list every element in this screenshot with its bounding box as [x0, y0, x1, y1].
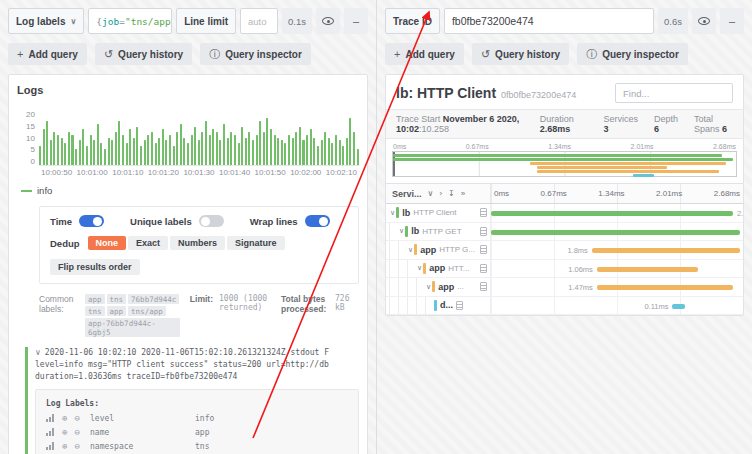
minimap-canvas[interactable]: [392, 151, 737, 177]
span-detail-icon[interactable]: [480, 245, 487, 254]
trace-add-query-button[interactable]: +Add query: [385, 43, 464, 65]
toggle-label: Wrap lines: [250, 216, 298, 227]
disable-query-button[interactable]: [316, 8, 340, 34]
toggle-wrap-lines[interactable]: Wrap lines: [250, 215, 330, 227]
span-duration-bar[interactable]: [597, 285, 733, 290]
histogram-bar: [108, 138, 110, 166]
loki-query-input[interactable]: {job="tns/app", level="info"}: [88, 8, 172, 34]
span-detail-icon[interactable]: [480, 282, 487, 291]
log-labels-dropdown[interactable]: Log labels ∨: [8, 8, 84, 34]
label-value: tns: [195, 442, 348, 451]
remove-trace-query-button[interactable]: –: [720, 8, 744, 34]
line-limit-input[interactable]: auto: [240, 8, 278, 34]
span-name-cell[interactable]: ∨lbHTTP Client: [386, 204, 491, 222]
disable-trace-query-button[interactable]: [692, 8, 716, 34]
histogram-bar: [219, 140, 221, 165]
filter-out-value-icon[interactable]: ⊖: [74, 428, 79, 437]
span-name-cell[interactable]: ∨appHTT...: [386, 260, 491, 278]
dedup-option-none[interactable]: None: [88, 236, 127, 250]
span-name-cell[interactable]: ∨appHTTP G...: [386, 241, 491, 259]
histogram-bar: [339, 140, 341, 165]
span-duration-bar[interactable]: [491, 211, 733, 216]
add-query-button[interactable]: +Add query: [8, 43, 87, 65]
toggle-switch[interactable]: [199, 215, 224, 227]
dedup-option-signature[interactable]: Signature: [227, 236, 285, 250]
stats-icon[interactable]: [46, 414, 55, 422]
span-collapse-icon[interactable]: ∨: [399, 227, 404, 235]
dedup-option-numbers[interactable]: Numbers: [170, 236, 225, 250]
span-collapse-icon[interactable]: ∨: [417, 264, 422, 272]
histogram-bar: [183, 138, 185, 166]
y-tick: 10: [26, 134, 35, 143]
span-row[interactable]: ∨app...1.47ms: [386, 278, 743, 297]
histogram-bar: [90, 135, 92, 165]
span-collapse-icon[interactable]: ∨: [390, 209, 395, 217]
x-tick: 10:01:20: [148, 168, 179, 177]
filter-for-value-icon[interactable]: ⊕: [62, 414, 67, 423]
span-collapse-icon[interactable]: ∨: [426, 283, 431, 291]
toggle-switch[interactable]: [79, 215, 104, 227]
filter-for-value-icon[interactable]: ⊕: [62, 428, 67, 437]
service-color-accent: [414, 244, 417, 255]
log-label-row: ⊕⊖nameapp: [46, 428, 348, 437]
query-history-button[interactable]: ↺Query history: [95, 43, 192, 65]
minimap-axis: 0ms0.67ms1.34ms2.01ms2.68ms: [392, 143, 737, 151]
span-row[interactable]: ∨appHTT...1.06ms: [386, 260, 743, 279]
trace-minimap[interactable]: 0ms0.67ms1.34ms2.01ms2.68ms: [386, 139, 743, 183]
collapse-all-icon[interactable]: ↧: [448, 189, 455, 198]
span-duration-bar[interactable]: [592, 248, 741, 253]
chevron-down-icon: ∨: [70, 17, 76, 26]
expand-all-icon[interactable]: »: [461, 189, 465, 198]
right-query-row: Trace ID fb0fbe73200e474 0.6s –: [385, 8, 744, 34]
span-timeline-cell[interactable]: 0.11ms: [491, 297, 743, 315]
remove-query-button[interactable]: –: [344, 8, 368, 34]
span-name-cell[interactable]: ∨lbHTTP GET: [386, 223, 491, 241]
span-duration-bar[interactable]: [597, 267, 698, 272]
histogram-bar: [133, 138, 135, 166]
span-timeline-cell[interactable]: 1.8ms: [491, 241, 743, 259]
line-limit-label: Line limit: [176, 8, 236, 34]
dedup-option-exact[interactable]: Exact: [128, 236, 168, 250]
span-timeline-cell[interactable]: 2.66ms: [491, 223, 743, 241]
span-collapse-icon[interactable]: ∨: [408, 246, 413, 254]
trace-query-history-button[interactable]: ↺Query history: [472, 43, 569, 65]
row-icons: ⊕⊖: [46, 442, 90, 451]
span-detail-icon[interactable]: [456, 301, 463, 310]
service-color-accent: [432, 281, 435, 292]
trace-query-inspector-button[interactable]: ⓘQuery inspector: [577, 43, 688, 65]
stats-icon[interactable]: [46, 428, 55, 436]
tree-indent: [407, 297, 416, 315]
query-inspector-button[interactable]: ⓘQuery inspector: [200, 43, 311, 65]
span-detail-icon[interactable]: [480, 264, 487, 273]
span-detail-icon[interactable]: [480, 227, 487, 236]
span-detail-icon[interactable]: [480, 208, 487, 217]
span-row[interactable]: d...0.11ms: [386, 297, 743, 316]
span-timeline-cell[interactable]: 1.47ms: [491, 278, 743, 296]
toggle-switch[interactable]: [305, 215, 330, 227]
filter-out-value-icon[interactable]: ⊖: [74, 442, 79, 451]
expand-one-icon[interactable]: ›: [439, 189, 442, 198]
toggle-time[interactable]: Time: [50, 215, 104, 227]
histogram-bars[interactable]: [39, 110, 359, 166]
span-service-name: app: [429, 263, 445, 273]
stats-icon[interactable]: [46, 442, 55, 450]
toggle-unique-labels[interactable]: Unique labels: [130, 215, 224, 227]
log-line[interactable]: ∨2020-11-06 10:02:10 2020-11-06T15:02:10…: [35, 347, 359, 383]
span-row[interactable]: ∨lbHTTP Client2.58ms: [386, 204, 743, 223]
tree-indent: [398, 297, 407, 315]
trace-id-input[interactable]: fb0fbe73200e474: [444, 8, 654, 34]
trace-find-input[interactable]: Find...: [615, 83, 733, 103]
span-duration-bar[interactable]: [672, 304, 685, 309]
filter-for-value-icon[interactable]: ⊕: [62, 442, 67, 451]
span-timeline-cell[interactable]: 2.58ms: [491, 204, 743, 222]
span-timeline-cell[interactable]: 1.06ms: [491, 260, 743, 278]
span-row[interactable]: ∨appHTTP G...1.8ms: [386, 241, 743, 260]
flip-results-order-button[interactable]: Flip results order: [50, 259, 140, 275]
span-duration-bar[interactable]: [491, 230, 740, 235]
span-row[interactable]: ∨lbHTTP GET2.66ms: [386, 223, 743, 242]
span-name-cell[interactable]: d...: [386, 297, 491, 315]
filter-out-value-icon[interactable]: ⊖: [74, 414, 79, 423]
collapse-one-icon[interactable]: ∨: [428, 189, 434, 198]
span-name-cell[interactable]: ∨app...: [386, 278, 491, 296]
legend-item-info[interactable]: info: [21, 185, 359, 196]
